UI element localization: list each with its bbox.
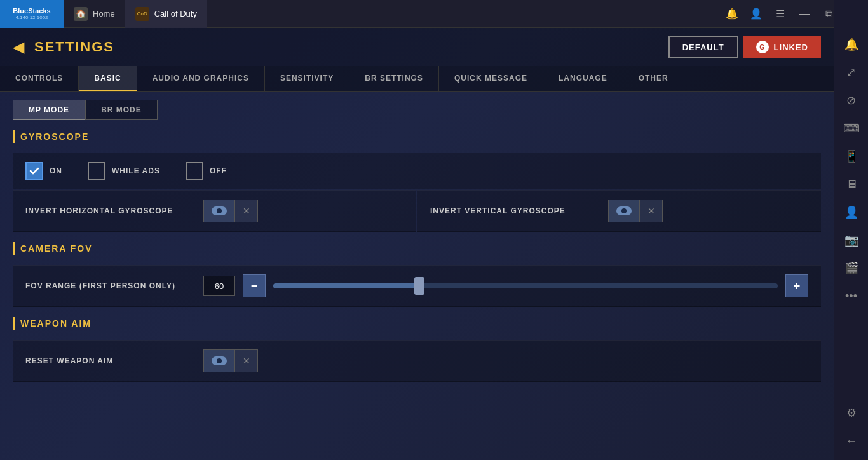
invert-v-clear-btn[interactable]: ✕	[640, 200, 663, 222]
sidebar-more-icon[interactable]: •••	[839, 283, 864, 309]
tab-home[interactable]: 🏠 Home	[64, 0, 125, 28]
invert-h-label: INVERT HORIZONTAL GYROSCOPE	[25, 206, 203, 215]
gyroscope-toggles: ON WHILE ADS OFF	[13, 153, 821, 189]
bell-btn[interactable]: 🔔	[722, 4, 742, 24]
tab-sensitivity[interactable]: SENSITIVITY	[265, 66, 349, 91]
weapon-aim-header: WEAPON AIM	[13, 317, 821, 330]
settings-header-actions: DEFAULT G LINKED	[668, 36, 821, 58]
checkmark-icon	[29, 167, 39, 175]
invert-h-toggle-btn[interactable]	[203, 200, 235, 222]
invert-h-clear-btn[interactable]: ✕	[235, 200, 258, 222]
sidebar-back-icon[interactable]: ←	[839, 428, 864, 454]
linked-label: LINKED	[774, 43, 808, 52]
fov-range-label: FOV RANGE (FIRST PERSON ONLY)	[25, 281, 203, 290]
subtab-navigation: MP MODE BR MODE	[13, 100, 821, 120]
reset-aim-toggle-btn[interactable]	[203, 349, 235, 372]
fov-slider-row: 60 − +	[203, 274, 808, 297]
tab-navigation: CONTROLS BASIC AUDIO AND GRAPHICS SENSIT…	[0, 66, 834, 92]
invert-h-row: INVERT HORIZONTAL GYROSCOPE ✕	[13, 190, 416, 232]
camera-fov-header: CAMERA FOV	[13, 242, 821, 255]
reset-aim-eye-icon	[212, 356, 227, 365]
off-label: OFF	[210, 166, 227, 175]
sidebar-bell-icon[interactable]: 🔔	[839, 32, 864, 57]
reset-aim-toggle: ✕	[203, 349, 258, 372]
menu-btn[interactable]: ☰	[770, 4, 790, 24]
tab-audio[interactable]: AUDIO AND GRAPHICS	[137, 66, 265, 91]
gyroscope-header: GYROSCOPE	[13, 130, 821, 143]
camera-fov-title: CAMERA FOV	[20, 243, 93, 254]
logo-name: BlueStacks	[13, 7, 50, 15]
sidebar-person-icon[interactable]: 👤	[839, 200, 864, 225]
garena-icon: G	[756, 41, 769, 53]
fov-slider-thumb[interactable]	[414, 277, 424, 295]
fov-slider-fill	[273, 283, 424, 288]
toggle-off: OFF	[186, 162, 227, 180]
invert-h-toggle: ✕	[203, 200, 258, 222]
toggle-on: ON	[25, 162, 62, 180]
tab-cod[interactable]: CoD Call of Duty	[125, 0, 207, 28]
invert-row: INVERT HORIZONTAL GYROSCOPE ✕ INVERT VER…	[13, 190, 821, 232]
bluestacks-logo: BlueStacks 4.140.12.1002	[0, 0, 64, 28]
account-btn[interactable]: 👤	[746, 4, 766, 24]
sidebar-gear-icon[interactable]: ⚙	[839, 400, 864, 426]
tab-br[interactable]: BR SETTINGS	[349, 66, 439, 91]
right-sidebar: 🔔 ⤢ ⊘ ⌨ 📱 🖥 👤 📷 🎬 ••• ⚙ ←	[834, 0, 868, 460]
fov-plus-btn[interactable]: +	[785, 274, 808, 297]
fov-slider-track[interactable]	[273, 283, 778, 288]
minimize-btn[interactable]: —	[794, 4, 815, 24]
sidebar-display-icon[interactable]: 🖥	[839, 172, 864, 197]
content-area: MP MODE BR MODE GYROSCOPE ON	[0, 92, 834, 448]
reset-aim-label: RESET WEAPON AIM	[25, 356, 203, 365]
subtab-mp[interactable]: MP MODE	[13, 100, 85, 120]
tab-language[interactable]: LANGUAGE	[543, 66, 623, 91]
linked-button[interactable]: G LINKED	[743, 36, 821, 58]
main-content: ◀ SETTINGS DEFAULT G LINKED CONTROLS BAS…	[0, 28, 834, 460]
camera-fov-section: CAMERA FOV FOV RANGE (FIRST PERSON ONLY)…	[13, 242, 821, 307]
while-ads-checkbox[interactable]	[88, 162, 105, 180]
home-icon: 🏠	[74, 7, 88, 21]
weapon-aim-title: WEAPON AIM	[20, 318, 92, 328]
on-label: ON	[50, 166, 62, 175]
gyroscope-title: GYROSCOPE	[20, 132, 89, 142]
reset-aim-clear-btn[interactable]: ✕	[235, 349, 258, 372]
weapon-aim-section: WEAPON AIM RESET WEAPON AIM ✕	[13, 317, 821, 382]
reset-aim-row: RESET WEAPON AIM ✕	[13, 340, 821, 382]
default-button[interactable]: DEFAULT	[668, 36, 738, 58]
sidebar-block-icon[interactable]: ⊘	[839, 88, 864, 113]
gyroscope-section: GYROSCOPE ON WHILE ADS	[13, 130, 821, 232]
home-tab-label: Home	[93, 9, 115, 18]
sidebar-phone-icon[interactable]: 📱	[839, 144, 864, 169]
sidebar-camera-icon[interactable]: 📷	[839, 227, 864, 253]
sidebar-keyboard-icon[interactable]: ⌨	[839, 116, 864, 141]
toggle-while-ads: WHILE ADS	[88, 162, 160, 180]
subtab-br[interactable]: BR MODE	[85, 100, 158, 120]
invert-v-toggle: ✕	[608, 200, 663, 222]
tab-controls[interactable]: CONTROLS	[0, 66, 79, 91]
settings-back-icon[interactable]: ◀	[13, 38, 24, 56]
while-ads-label: WHILE ADS	[112, 166, 160, 175]
settings-title: SETTINGS	[34, 39, 114, 55]
weapon-aim-bar	[13, 317, 15, 330]
on-checkbox[interactable]	[25, 162, 43, 180]
toggle-eye-icon-v	[616, 206, 632, 215]
gyroscope-bar	[13, 130, 15, 143]
invert-v-toggle-btn[interactable]	[608, 200, 640, 222]
cod-icon: CoD	[135, 7, 149, 21]
tab-quick[interactable]: QUICK MESSAGE	[439, 66, 543, 91]
fov-minus-btn[interactable]: −	[243, 274, 266, 297]
sidebar-expand-icon[interactable]: ⤢	[839, 60, 864, 85]
sidebar-video-icon[interactable]: 🎬	[839, 255, 864, 281]
off-checkbox[interactable]	[186, 162, 203, 180]
tab-basic[interactable]: BASIC	[79, 66, 137, 91]
cod-tab-label: Call of Duty	[154, 9, 197, 18]
titlebar: BlueStacks 4.140.12.1002 🏠 Home CoD Call…	[0, 0, 868, 28]
fov-range-row: FOV RANGE (FIRST PERSON ONLY) 60 − +	[13, 265, 821, 307]
toggle-eye-icon	[212, 206, 227, 215]
invert-v-label: INVERT VERTICAL GYROSCOPE	[430, 206, 608, 215]
logo-version: 4.140.12.1002	[15, 15, 48, 20]
fov-value: 60	[203, 276, 235, 296]
settings-header: ◀ SETTINGS DEFAULT G LINKED	[0, 28, 834, 66]
camera-fov-bar	[13, 242, 15, 255]
tab-other[interactable]: OTHER	[623, 66, 684, 91]
invert-v-row: INVERT VERTICAL GYROSCOPE ✕	[417, 190, 821, 232]
